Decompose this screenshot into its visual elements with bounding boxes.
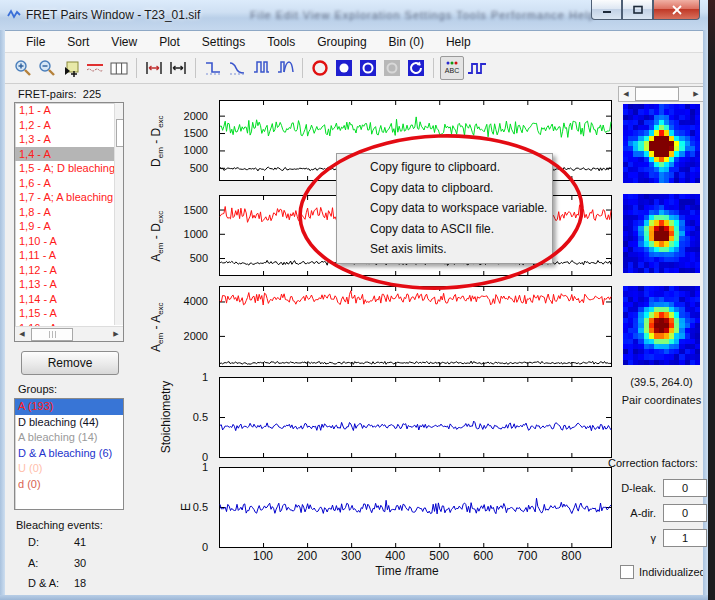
bleaching-row: D:41 — [28, 536, 86, 548]
menu-item-plot[interactable]: Plot — [148, 33, 191, 51]
donor-spot-heatmap — [623, 104, 700, 183]
menu-item-grouping[interactable]: Grouping — [306, 33, 377, 51]
window-title: FRET Pairs Window - T23_01.sif — [26, 8, 200, 22]
pair-list-item[interactable]: 1,11 - A — [15, 248, 123, 263]
line-tool-icon[interactable] — [84, 57, 106, 79]
group-list-item[interactable]: D bleaching (44) — [15, 415, 123, 431]
context-menu-item[interactable]: Copy data to workspace variable. — [337, 198, 552, 219]
plot-3[interactable] — [219, 377, 612, 458]
bleaching-value: 18 — [74, 577, 86, 589]
scroll-left-icon[interactable]: ◀ — [619, 88, 633, 101]
scroll-right-icon[interactable]: ▶ — [689, 88, 703, 101]
scroll-thumb[interactable] — [635, 87, 679, 101]
individualized-checkbox[interactable] — [620, 565, 634, 579]
x-tick-label: 300 — [329, 549, 373, 563]
blue-ring-icon[interactable] — [357, 57, 379, 79]
pair-image-scrollbar[interactable]: ◀ ▶ — [618, 86, 704, 102]
menu-item-view[interactable]: View — [100, 33, 148, 51]
groups-listbox[interactable]: A (193)D bleaching (44)A bleaching (14)D… — [14, 398, 124, 510]
pairs-listbox[interactable]: 1,1 - A1,2 - A1,3 - A1,4 - A1,5 - A; D b… — [14, 102, 124, 342]
panels-icon[interactable] — [108, 57, 130, 79]
group-list-item[interactable]: A bleaching (14) — [15, 430, 123, 446]
plot-2[interactable] — [219, 286, 612, 367]
menu-item-file[interactable]: File — [15, 33, 56, 51]
pair-list-item[interactable]: 1,2 - A — [15, 118, 123, 133]
menu-item-sort[interactable]: Sort — [56, 33, 100, 51]
menu-item-help[interactable]: Help — [435, 33, 482, 51]
context-menu-item[interactable]: Set axis limits. — [337, 239, 552, 260]
x-tick-label: 700 — [505, 549, 549, 563]
correction-field[interactable]: 0 — [663, 479, 707, 497]
trace-decay-icon[interactable] — [226, 57, 248, 79]
menu-bar: FileSortViewPlotSettingsToolsGroupingBin… — [5, 31, 703, 53]
x-tick-label: 200 — [285, 549, 329, 563]
pair-list-item[interactable]: 1,1 - A — [15, 103, 123, 118]
screen-background — [708, 0, 715, 600]
pair-list-item[interactable]: 1,7 - A; A bleaching — [15, 190, 123, 205]
remove-button[interactable]: Remove — [21, 351, 119, 375]
bleaching-row: D & A:18 — [28, 577, 86, 589]
scroll-left-icon[interactable]: ◀ — [15, 328, 29, 341]
pair-list-item[interactable]: 1,9 - A — [15, 219, 123, 234]
fret-pairs-window: File Edit View Exploration Settings Tool… — [0, 0, 708, 600]
red-circle-icon[interactable] — [309, 57, 331, 79]
bleaching-name: A: — [28, 557, 74, 569]
trace-two-steps-icon[interactable] — [250, 57, 272, 79]
step-waveform-icon[interactable] — [466, 57, 488, 79]
context-menu-item[interactable]: Copy data to clipboard. — [337, 178, 552, 199]
individualized-label: Individualized — [639, 566, 706, 578]
pairs-horizontal-scrollbar[interactable]: ◀ ▶ — [15, 326, 123, 341]
fret-pairs-label: FRET-pairs: 225 — [18, 88, 101, 100]
group-list-item[interactable]: A (193) — [15, 399, 123, 415]
pair-list-item[interactable]: 1,14 - A — [15, 292, 123, 307]
group-list-item[interactable]: D & A bleaching (6) — [15, 446, 123, 462]
close-button[interactable] — [653, 0, 700, 20]
trace-step-down-icon[interactable] — [202, 57, 224, 79]
fit-x-icon[interactable] — [167, 57, 189, 79]
maximize-button[interactable] — [622, 0, 653, 20]
context-menu-item[interactable]: Copy figure to clipboard. — [337, 157, 552, 178]
window-border — [0, 30, 5, 600]
zoom-out-icon[interactable] — [36, 57, 58, 79]
pair-list-item[interactable]: 1,5 - A; D bleaching — [15, 161, 123, 176]
pair-list-item[interactable]: 1,4 - A — [15, 147, 123, 162]
pair-list-item[interactable]: 1,12 - A — [15, 263, 123, 278]
data-cursor-icon[interactable] — [60, 57, 82, 79]
acceptor-spot-heatmap — [623, 286, 700, 365]
zoom-in-icon[interactable] — [12, 57, 34, 79]
plot-4[interactable] — [219, 467, 612, 548]
abc-labels-icon[interactable]: ABC — [440, 56, 464, 80]
correction-row: D-leak.0 — [608, 479, 707, 497]
pair-list-item[interactable]: 1,13 - A — [15, 277, 123, 292]
correction-field[interactable]: 0 — [663, 504, 707, 522]
group-list-item[interactable]: d (0) — [15, 477, 123, 493]
title-bar[interactable]: File Edit View Exploration Settings Tool… — [0, 0, 708, 31]
trace-two-steps-decay-icon[interactable] — [274, 57, 296, 79]
correction-field[interactable]: 1 — [663, 529, 707, 547]
blue-rotate-icon[interactable] — [405, 57, 427, 79]
y-axis-label: E — [179, 427, 193, 587]
pair-list-item[interactable]: 1,15 - A — [15, 306, 123, 321]
fret-pairs-count: 225 — [83, 88, 101, 100]
menu-item-settings[interactable]: Settings — [191, 33, 256, 51]
scroll-thumb[interactable] — [31, 328, 73, 341]
pair-list-item[interactable]: 1,3 - A — [15, 132, 123, 147]
pair-list-item[interactable]: 1,6 - A — [15, 176, 123, 191]
pair-list-item[interactable]: 1,10 - A — [15, 234, 123, 249]
correction-label: γ — [608, 532, 663, 544]
correction-factors-label: Correction factors: — [608, 457, 708, 469]
pairs-vertical-scrollbar[interactable] — [114, 103, 123, 325]
group-list-item[interactable]: U (0) — [15, 461, 123, 477]
pair-list-item[interactable]: 1,8 - A — [15, 205, 123, 220]
gray-square-icon[interactable] — [381, 57, 403, 79]
x-tick-label: 400 — [373, 549, 417, 563]
context-menu-item[interactable]: Copy data to ASCII file. — [337, 219, 552, 240]
blue-dot-icon[interactable] — [333, 57, 355, 79]
scroll-right-icon[interactable]: ▶ — [109, 328, 123, 341]
menu-item-tools[interactable]: Tools — [256, 33, 306, 51]
correction-row: A-dir.0 — [608, 504, 707, 522]
context-menu: Copy figure to clipboard.Copy data to cl… — [336, 153, 553, 264]
window-border — [0, 595, 708, 600]
menu-item-bin-0-[interactable]: Bin (0) — [378, 33, 435, 51]
minimize-button[interactable] — [591, 0, 622, 20]
